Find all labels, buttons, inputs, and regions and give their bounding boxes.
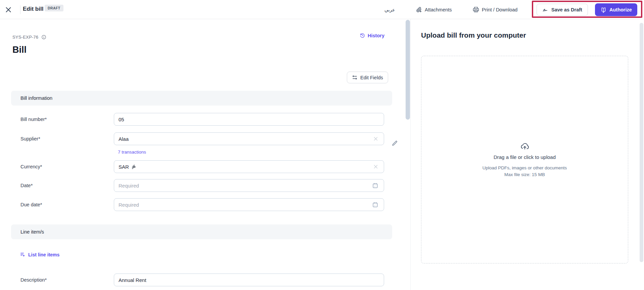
supplier-transactions-link[interactable]: 7 transactions: [118, 150, 146, 155]
printer-download-icon: [473, 6, 479, 13]
description-label: Description*: [20, 277, 47, 283]
supplier-label: Supplier*: [20, 136, 40, 141]
date-calendar-button[interactable]: [372, 182, 378, 189]
edit-bill-screen: Edit bill DRAFT عربي Attachments Print /…: [0, 0, 644, 290]
top-bar: Edit bill DRAFT عربي Attachments Print /…: [0, 0, 644, 19]
upload-panel: Upload bill from your computer Drag a fi…: [410, 19, 644, 290]
bill-title: Bill: [12, 45, 27, 55]
section-header-line-items: Line item/s: [11, 224, 392, 239]
history-clock-icon: [360, 33, 365, 38]
date-label: Date*: [20, 183, 33, 188]
currency-input[interactable]: SAR: [114, 160, 384, 173]
supplier-clear-button[interactable]: [373, 136, 379, 142]
paperclip-plus-icon: [416, 6, 422, 13]
book-check-icon: [600, 7, 607, 13]
line-items-label: Line item/s: [20, 229, 44, 235]
pencil-icon: [392, 140, 398, 147]
calendar-icon: [372, 202, 378, 208]
attachments-label: Attachments: [425, 7, 452, 12]
language-toggle-button[interactable]: عربي: [384, 0, 395, 19]
cloud-upload-icon: [520, 141, 530, 151]
document-id: SYS-EXP-76: [12, 35, 46, 40]
bill-information-label: Bill information: [20, 95, 52, 101]
close-button[interactable]: [5, 5, 15, 15]
document-id-text: SYS-EXP-76: [12, 35, 38, 40]
edit-fields-label: Edit Fields: [360, 75, 383, 80]
list-plus-icon: [20, 252, 26, 257]
transactions-link-label: 7 transactions: [118, 150, 146, 155]
description-input[interactable]: [114, 274, 384, 286]
due-date-calendar-button[interactable]: [372, 202, 378, 208]
currency-clear-button[interactable]: [373, 164, 379, 170]
print-download-label: Print / Download: [482, 7, 517, 12]
status-badge: DRAFT: [45, 5, 63, 11]
upload-panel-title: Upload bill from your computer: [421, 31, 526, 39]
save-as-draft-button[interactable]: Save as Draft: [537, 4, 588, 16]
section-header-bill-information: Bill information: [11, 91, 392, 106]
print-download-button[interactable]: Print / Download: [473, 0, 517, 19]
clear-x-icon: [373, 164, 379, 170]
form-scrollbar-thumb[interactable]: [406, 20, 410, 120]
save-as-draft-label: Save as Draft: [551, 7, 582, 12]
dropzone-hint-max-size: Max file size: 15 MB: [504, 171, 545, 178]
page-header-title: Edit bill: [23, 6, 43, 12]
currency-value: SAR: [119, 164, 129, 170]
language-toggle-label: عربي: [384, 7, 395, 12]
history-button[interactable]: History: [360, 33, 384, 38]
currency-label: Currency*: [20, 164, 42, 169]
authorize-label: Authorize: [609, 7, 632, 12]
calendar-icon: [372, 182, 378, 189]
dropzone-hint-documents: Upload PDFs, images or other documents: [482, 165, 567, 171]
date-input[interactable]: [114, 179, 384, 192]
bill-number-input[interactable]: [114, 113, 384, 126]
supplier-input[interactable]: [114, 132, 384, 145]
bill-number-label: Bill number*: [20, 117, 47, 122]
list-line-items-button[interactable]: List line items: [20, 252, 59, 257]
supplier-edit-button[interactable]: [392, 140, 398, 147]
due-date-input[interactable]: [114, 198, 384, 211]
bill-form-panel: SYS-EXP-76 History Bill Edit Fields Bill…: [0, 19, 410, 290]
due-date-label: Due date*: [20, 202, 42, 207]
edit-fields-button[interactable]: Edit Fields: [347, 72, 388, 83]
list-line-items-label: List line items: [28, 252, 59, 257]
window-scrollbar-thumb[interactable]: [640, 23, 643, 262]
clear-x-icon: [373, 136, 379, 142]
sliders-icon: [352, 75, 358, 80]
signature-icon: [542, 7, 549, 13]
authorize-button[interactable]: Authorize: [595, 3, 637, 16]
info-icon[interactable]: [41, 35, 46, 40]
attachments-button[interactable]: Attachments: [416, 0, 452, 19]
close-icon: [5, 6, 12, 13]
saudi-riyal-symbol-icon: [131, 164, 136, 169]
history-label: History: [368, 33, 384, 38]
file-dropzone[interactable]: Drag a file or click to upload Upload PD…: [421, 56, 628, 263]
dropzone-primary-text: Drag a file or click to upload: [494, 154, 556, 160]
header-divider: [20, 5, 20, 14]
